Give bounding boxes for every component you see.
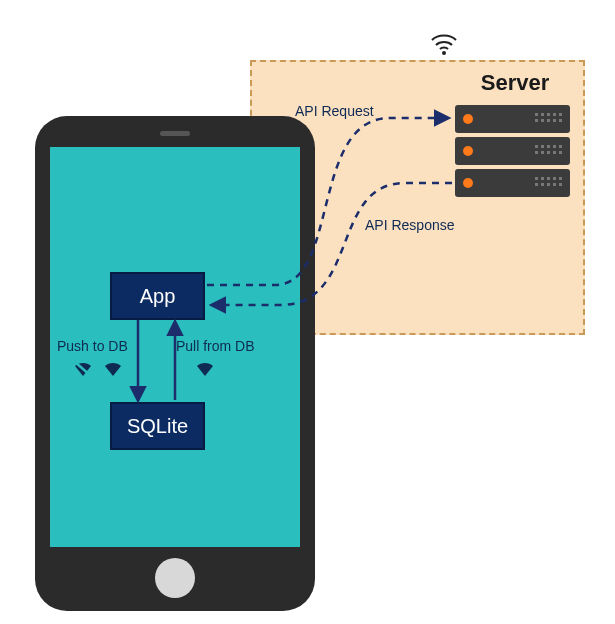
arrows-layer xyxy=(0,0,615,624)
diagram-stage: Server App SQLite Push to DB Pull from D… xyxy=(0,0,615,624)
api-response-arrow xyxy=(212,183,452,305)
api-request-arrow xyxy=(207,118,448,285)
